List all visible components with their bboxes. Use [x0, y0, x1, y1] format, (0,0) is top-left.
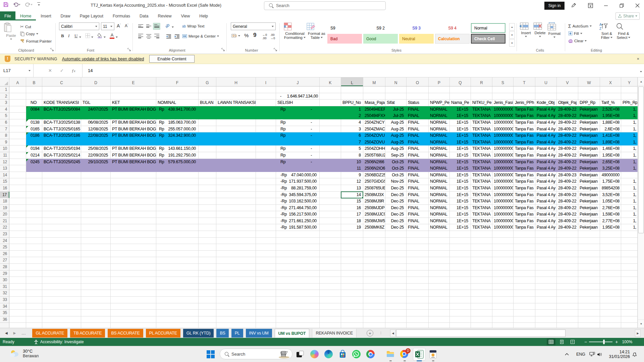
cell-C31[interactable]	[42, 284, 81, 290]
cell-W15[interactable]: Pekerjaan	[578, 178, 600, 185]
cell-F34[interactable]	[156, 303, 199, 310]
cell-L18[interactable]: 15	[341, 198, 363, 205]
cell-K34[interactable]	[320, 303, 341, 310]
cell-U29[interactable]	[535, 270, 557, 277]
cell-R7[interactable]: TEKTANA	[471, 126, 492, 133]
formula-bar-expand-icon[interactable]	[640, 69, 642, 75]
cell-J1[interactable]	[276, 86, 320, 93]
cell-X1[interactable]	[600, 86, 621, 93]
cell-S16[interactable]: 1000000000	[492, 185, 514, 192]
cell-K12[interactable]	[320, 159, 341, 166]
zoom-level[interactable]: 100%	[622, 340, 637, 344]
cell-M35[interactable]	[363, 310, 385, 316]
cell-Q25[interactable]	[450, 244, 471, 251]
cell-R32[interactable]	[471, 290, 492, 297]
cell-F14[interactable]	[156, 172, 199, 179]
cell-O29[interactable]	[407, 270, 429, 277]
cell-I6[interactable]	[256, 119, 276, 126]
cell-R8[interactable]: TEKTANA	[471, 132, 492, 139]
cell-F9[interactable]	[156, 139, 199, 146]
cell-J21[interactable]: -Rp271.661.250,00	[276, 218, 320, 225]
cell-G27[interactable]	[199, 257, 216, 264]
row-header-7[interactable]: 7	[0, 126, 9, 133]
cell-E29[interactable]	[111, 270, 156, 277]
cell-Y9[interactable]: 1,	[621, 139, 638, 146]
cell-V21[interactable]: 28-409-22	[557, 218, 578, 225]
font-color-button[interactable]: A	[110, 33, 114, 39]
microsoft-store-icon[interactable]	[338, 350, 347, 359]
cell-X37[interactable]	[600, 323, 621, 328]
cell-E18[interactable]	[111, 198, 156, 205]
cell-J13[interactable]	[276, 165, 320, 172]
cell-G36[interactable]	[199, 316, 216, 323]
cell-B20[interactable]	[26, 211, 42, 218]
cell-M17[interactable]: 2508MJ3X	[363, 192, 385, 198]
cell-A23[interactable]	[9, 231, 26, 238]
find-select-button[interactable]: Find & Select	[616, 22, 631, 40]
cell-U20[interactable]: Pasal 4 Ay	[535, 211, 557, 218]
cell-I9[interactable]	[256, 139, 276, 146]
row-header-15[interactable]: 15	[0, 178, 9, 185]
cell-Q16[interactable]: 1E+15	[450, 185, 471, 192]
cell-P32[interactable]	[429, 290, 450, 297]
cell-L1[interactable]	[341, 86, 363, 93]
cell-H26[interactable]	[216, 251, 256, 257]
wrap-text-button[interactable]: abWrap Text	[182, 24, 204, 28]
cell-N34[interactable]	[385, 303, 407, 310]
cell-I10[interactable]	[256, 145, 276, 152]
cell-H31[interactable]	[216, 284, 256, 290]
cell-I15[interactable]	[256, 178, 276, 185]
cell-V36[interactable]	[557, 316, 578, 323]
cell-C35[interactable]	[42, 310, 81, 316]
cell-Q1[interactable]	[450, 86, 471, 93]
cell-N26[interactable]	[385, 251, 407, 257]
cell-L33[interactable]	[341, 297, 363, 303]
cell-M37[interactable]	[363, 323, 385, 328]
underline-button[interactable]: U	[74, 33, 77, 39]
cell-A2[interactable]	[9, 93, 26, 100]
cell-G17[interactable]	[199, 192, 216, 198]
cell-C12[interactable]: BCA-TTJ/2025/0245	[42, 159, 81, 166]
cell-K27[interactable]	[320, 257, 341, 264]
cell-H30[interactable]	[216, 277, 256, 284]
column-header-T[interactable]: T	[514, 77, 535, 86]
cell-I34[interactable]	[256, 303, 276, 310]
vertical-scrollbar[interactable]: ▲ ▼	[638, 77, 644, 328]
delete-cells-button[interactable]: Delete	[533, 22, 547, 39]
cell-E17[interactable]	[111, 192, 156, 198]
sheet-tab-bs-accurate[interactable]: BS ACCURATE	[108, 329, 143, 338]
cell-S31[interactable]	[492, 284, 514, 290]
cell-E28[interactable]	[111, 264, 156, 270]
cell-K15[interactable]	[320, 178, 341, 185]
cell-H24[interactable]	[216, 238, 256, 244]
cell-A35[interactable]	[9, 310, 26, 316]
cell-D13[interactable]	[81, 165, 111, 172]
cell-M3[interactable]: Masa_Paja	[363, 100, 385, 106]
cell-Y12[interactable]: 1,	[621, 159, 638, 166]
cell-B6[interactable]: 0138	[26, 119, 42, 126]
cell-U13[interactable]: Pasal 4 Ay	[535, 165, 557, 172]
cell-J37[interactable]	[276, 323, 320, 328]
cell-P15[interactable]: NORMAL	[429, 178, 450, 185]
cell-B34[interactable]	[26, 303, 42, 310]
cell-H34[interactable]	[216, 303, 256, 310]
cell-Q2[interactable]	[450, 93, 471, 100]
cell-T8[interactable]: Tanpa Fas	[514, 132, 535, 139]
cell-L2[interactable]	[341, 93, 363, 100]
cell-S4[interactable]: 1000000000	[492, 106, 514, 113]
row-header-12[interactable]: 12	[0, 159, 9, 166]
cell-J35[interactable]	[276, 310, 320, 316]
cell-A11[interactable]	[9, 152, 26, 159]
cell-B4[interactable]: 0084	[26, 106, 42, 113]
cell-L35[interactable]	[341, 310, 363, 316]
cell-H29[interactable]	[216, 270, 256, 277]
cell-F20[interactable]	[156, 211, 199, 218]
cell-T29[interactable]	[514, 270, 535, 277]
cell-F3[interactable]: NOMINAL	[156, 100, 199, 106]
row-header-34[interactable]: 34	[0, 303, 9, 310]
cell-A9[interactable]	[9, 139, 26, 146]
cell-V35[interactable]	[557, 310, 578, 316]
cell-P9[interactable]: NORMAL	[429, 139, 450, 146]
cell-O22[interactable]: FINAL	[407, 224, 429, 231]
cell-D25[interactable]	[81, 244, 111, 251]
